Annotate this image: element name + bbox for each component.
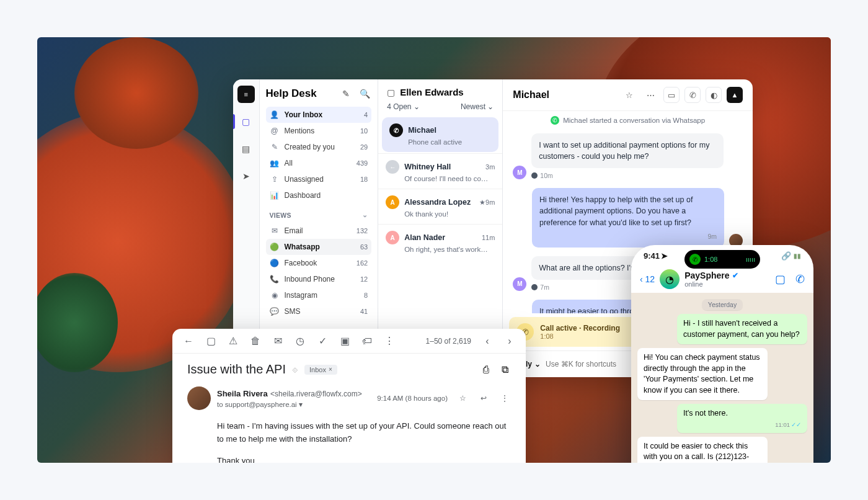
sidebar-title: Help Desk: [266, 87, 335, 100]
email-time: 9:14 AM (8 hours ago): [377, 395, 448, 402]
phone-back[interactable]: ‹ 12: [640, 274, 655, 284]
contact-status: online: [684, 280, 738, 288]
battery-icon: ▮▮: [794, 252, 801, 259]
compose-icon[interactable]: ✎: [339, 87, 353, 100]
chat-message: MI want to set up additional payment opt…: [513, 133, 743, 179]
view-item-inbound-phone[interactable]: 📞Inbound Phone12: [266, 271, 372, 287]
sidebar-item-all[interactable]: 👥All439: [266, 155, 372, 171]
delete-icon[interactable]: 🗑: [249, 336, 262, 347]
more-icon[interactable]: ⋯: [642, 87, 658, 103]
chat-contact-name: Michael: [513, 89, 616, 100]
phone-mockup: 9:41➤ 🔗▮▮ ✆ 1:08 ııııı ‹ 12 ◔ PaySphere✔…: [631, 245, 813, 463]
moon-icon[interactable]: ◐: [706, 87, 722, 103]
sender-email: <sheila.rivera@flowfx.com>: [270, 390, 362, 398]
sender-avatar[interactable]: [187, 386, 211, 410]
email-subject: Issue with the API: [187, 362, 286, 377]
search-icon[interactable]: 🔍: [358, 87, 371, 100]
app-logo[interactable]: ≡: [237, 86, 255, 103]
rail-inbox-icon[interactable]: ▢: [237, 113, 255, 130]
rail-send-icon[interactable]: ➤: [237, 167, 255, 185]
contact-name: PaySphere✔: [684, 270, 738, 280]
rail-contacts-icon[interactable]: ▤: [237, 140, 255, 158]
view-item-facebook[interactable]: 🔵Facebook162: [266, 255, 372, 271]
email-to[interactable]: to support@paysphere.ai ▾: [217, 400, 362, 409]
list-back-icon[interactable]: ▢: [387, 87, 395, 97]
reply-input[interactable]: [546, 360, 639, 368]
call-active-icon: ✆: [689, 254, 701, 265]
reply-icon[interactable]: ↩: [477, 394, 490, 403]
email-more-icon[interactable]: ⋮: [498, 394, 511, 403]
sidebar-item-mentions[interactable]: @Mentions10: [266, 123, 372, 139]
back-icon[interactable]: ←: [182, 336, 195, 347]
gmail-window: ← ▢ ⚠ 🗑 ✉ ◷ ✓ ▣ 🏷 ⋮ 1–50 of 2,619 ‹ › Is…: [172, 329, 526, 463]
mark-unread-icon[interactable]: ✉: [272, 335, 284, 347]
snooze-icon[interactable]: ◷: [294, 335, 306, 347]
gmail-toolbar: ← ▢ ⚠ 🗑 ✉ ◷ ✓ ▣ 🏷 ⋮ 1–50 of 2,619 ‹ ›: [172, 329, 526, 354]
contact-avatar[interactable]: ◔: [660, 269, 680, 289]
call-icon[interactable]: ✆: [684, 87, 701, 103]
sender-name: Sheila Rivera: [217, 389, 268, 398]
star-email-icon[interactable]: ☆: [456, 394, 469, 403]
agent-avatar[interactable]: ▲: [727, 87, 743, 103]
conversation-item[interactable]: ✆MichaelPhone call active: [382, 117, 498, 152]
move-icon[interactable]: ▣: [339, 335, 351, 347]
chat-message: Hi there! Yes happy to help with the set…: [513, 188, 743, 248]
view-item-whatsapp[interactable]: 🟢Whatsapp63: [266, 239, 372, 255]
conversation-item[interactable]: AAlan Nader11mOh right, yes that's work…: [378, 224, 502, 259]
open-filter[interactable]: 4 Open ⌄: [387, 102, 420, 111]
message-avatar: M: [513, 166, 526, 179]
day-separator: Yesterday: [637, 300, 807, 309]
verified-icon: ✔: [732, 271, 738, 280]
sidebar-item-your-inbox[interactable]: 👤Your Inbox4: [266, 107, 372, 123]
view-item-email[interactable]: ✉Email132: [266, 223, 372, 239]
pager-text: 1–50 of 2,619: [426, 337, 471, 346]
video-call-icon[interactable]: ▢: [775, 272, 786, 286]
whatsapp-message: Hi! You can check payment status directl…: [637, 348, 768, 400]
whatsapp-message: It's not there.11:01✓✓: [677, 404, 807, 433]
view-item-sms[interactable]: 💬SMS41: [266, 303, 372, 319]
label-icon[interactable]: 🏷: [361, 336, 373, 347]
email-body: Hi team - I'm having issues with the set…: [217, 420, 511, 463]
ticket-icon[interactable]: ▭: [663, 87, 680, 103]
view-item-instagram[interactable]: ◉Instagram8: [266, 287, 372, 303]
link-icon: 🔗: [781, 251, 791, 261]
list-owner: Ellen Edwards: [400, 87, 464, 97]
important-icon[interactable]: ⟐: [292, 364, 298, 375]
next-icon[interactable]: ›: [503, 336, 516, 347]
phone-chat: Yesterday Hi - I still haven't received …: [631, 293, 813, 463]
sidebar-item-unassigned[interactable]: ⇪Unassigned18: [266, 171, 372, 187]
overflow-icon[interactable]: ⋮: [383, 335, 396, 347]
star-icon[interactable]: ☆: [621, 87, 637, 103]
conversation-item[interactable]: ←Whitney Hall3mOf course! I'll need to c…: [378, 153, 502, 189]
prev-icon[interactable]: ‹: [481, 336, 494, 347]
sidebar-item-created-by-you[interactable]: ✎Created by you29: [266, 139, 372, 155]
spam-icon[interactable]: ⚠: [227, 335, 239, 347]
task-icon[interactable]: ✓: [316, 335, 329, 347]
message-avatar: M: [513, 277, 526, 291]
sort-filter[interactable]: Newest ⌄: [461, 102, 494, 111]
views-heading[interactable]: VIEWS⌄: [270, 211, 368, 219]
chat-status: ✆Michael started a conversation via What…: [503, 111, 753, 130]
archive-icon[interactable]: ▢: [205, 335, 217, 347]
sidebar-item-dashboard[interactable]: 📊Dashboard: [266, 187, 372, 203]
voice-call-icon[interactable]: ✆: [795, 272, 805, 286]
print-icon[interactable]: ⎙: [480, 364, 492, 375]
dynamic-island[interactable]: ✆ 1:08 ııııı: [684, 250, 760, 269]
inbox-chip[interactable]: Inbox×: [304, 365, 337, 375]
whatsapp-message: It could be easier to check this with yo…: [637, 437, 768, 463]
whatsapp-message: Hi - I still haven't received a customer…: [677, 314, 807, 344]
popout-icon[interactable]: ⧉: [498, 364, 511, 375]
conversation-item[interactable]: AAlessandra Lopez★9mOk thank you!: [378, 189, 502, 224]
